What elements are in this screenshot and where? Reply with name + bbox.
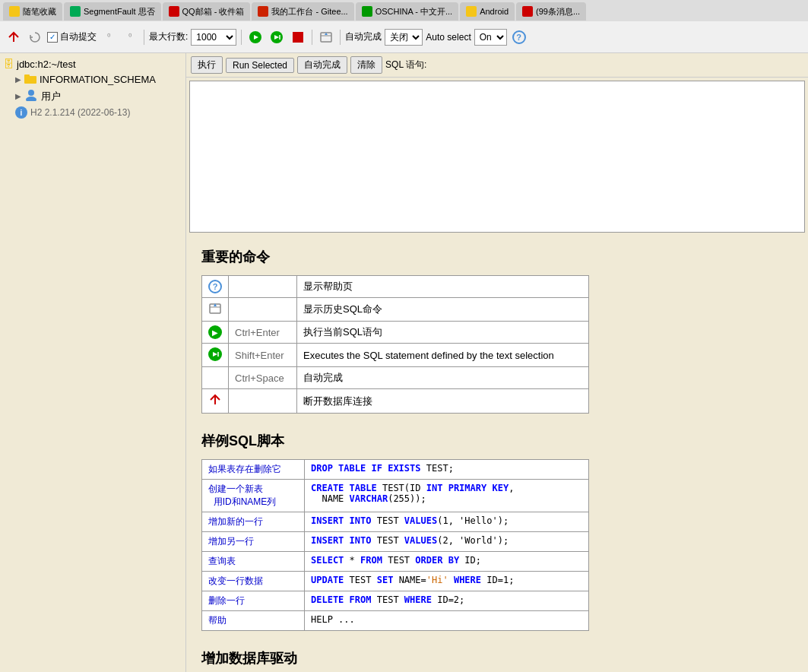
- auto-submit-checkbox[interactable]: [47, 32, 58, 43]
- sample-link-0[interactable]: 如果表存在删除它: [208, 464, 281, 474]
- autocomplete-button[interactable]: 自动完成: [297, 56, 347, 74]
- sample-row-7: 帮助 HELP ...: [202, 611, 589, 631]
- help-icon: ?: [512, 30, 526, 44]
- sample-link-4[interactable]: 查询表: [208, 556, 236, 566]
- close-select[interactable]: 关闭: [385, 29, 423, 46]
- schema-item[interactable]: ▶ INFORMATION_SCHEMA: [15, 71, 182, 87]
- users-label: 用户: [41, 90, 61, 103]
- kw-insert2: INSERT INTO: [311, 535, 371, 546]
- cmd-desc-history: 显示历史SQL命令: [297, 298, 589, 322]
- commands-table: ? 显示帮助页: [201, 275, 589, 414]
- sample-desc-1[interactable]: 创建一个新表 用ID和NAME列: [202, 480, 305, 512]
- kw-create: CREATE TABLE: [311, 483, 377, 493]
- kw-from: FROM: [360, 555, 382, 566]
- tab-favicon-oschina: [362, 6, 372, 17]
- run-button[interactable]: [246, 28, 265, 46]
- kw-values1: VALUES: [404, 515, 437, 526]
- separator-3: [312, 30, 312, 45]
- sample-desc-0[interactable]: 如果表存在删除它: [202, 460, 305, 480]
- sample-code-2: INSERT INTO TEST VALUES(1, 'Hello');: [305, 512, 589, 532]
- execute-button[interactable]: 执行: [191, 56, 223, 74]
- auto-submit-checkbox-group[interactable]: 自动提交: [47, 30, 97, 43]
- content-area: 重要的命令 ? 显示帮助页: [186, 236, 808, 672]
- kw-select: SELECT: [311, 555, 344, 566]
- on-select[interactable]: On Off: [474, 29, 507, 46]
- cmd-icon-disconnect: [202, 389, 229, 414]
- kw-varchar: VARCHAR: [350, 493, 388, 504]
- cmd-shortcut-run: Ctrl+Enter: [229, 322, 297, 344]
- sample-desc-4[interactable]: 查询表: [202, 552, 305, 572]
- sql-sample-table: 如果表存在删除它 DROP TABLE IF EXISTS TEST;: [201, 459, 589, 631]
- sample-code-4: SELECT * FROM TEST ORDER BY ID;: [305, 552, 589, 572]
- cmd-row-history: 显示历史SQL命令: [202, 298, 589, 322]
- tab-label-qq: QQ邮箱 - 收件箱: [182, 6, 245, 17]
- svg-point-12: [28, 90, 34, 96]
- sample-desc-7[interactable]: 帮助: [202, 611, 305, 631]
- version-item: i H2 2.1.214 (2022-06-13): [15, 105, 182, 120]
- tab-notes[interactable]: 随笔收藏: [3, 2, 62, 21]
- cmd-shortcut-autocomplete: Ctrl+Space: [229, 367, 297, 389]
- auto-select-label: Auto select: [426, 32, 471, 43]
- kw-order: ORDER BY: [415, 555, 459, 566]
- tab-favicon-csdn: [522, 6, 533, 17]
- db-icon: 🗄: [3, 58, 14, 70]
- db-connection-item[interactable]: 🗄 jdbc:h2:~/test: [3, 56, 182, 71]
- kw-values2: VALUES: [404, 535, 437, 546]
- kw-where1: WHERE: [454, 575, 481, 585]
- disconnect-button[interactable]: [5, 28, 23, 46]
- tab-gitee[interactable]: 我的工作台 - Gitee...: [252, 2, 353, 21]
- cmd-shortcut-history: [229, 298, 297, 322]
- schema-expand-icon[interactable]: ▶: [15, 75, 21, 84]
- tab-qq[interactable]: QQ邮箱 - 收件箱: [163, 2, 251, 21]
- max-rows-select[interactable]: 1000 100 500 10000: [191, 29, 236, 46]
- tab-sf[interactable]: SegmentFault 思否: [64, 2, 161, 21]
- kw-pk: PRIMARY KEY: [448, 483, 509, 493]
- users-expand-icon[interactable]: ▶: [15, 92, 21, 100]
- sample-desc-3[interactable]: 增加另一行: [202, 532, 305, 552]
- users-item[interactable]: ▶ 用户: [15, 87, 182, 105]
- folder-icon: [24, 73, 36, 86]
- sample-row-3: 增加另一行 INSERT INTO TEST VALUES(2, 'World'…: [202, 532, 589, 552]
- cmd-icon-history: [202, 298, 229, 322]
- tab-favicon-android: [466, 6, 477, 17]
- main-toolbar: 自动提交 ⁰ ⁰ 最大行数: 1000 100 500 10000: [0, 21, 808, 53]
- sample-link-7[interactable]: 帮助: [208, 615, 227, 626]
- kw-exists: EXISTS: [388, 463, 420, 474]
- separator-2: [241, 30, 242, 45]
- sample-link-3[interactable]: 增加另一行: [208, 536, 254, 547]
- sample-code-5: UPDATE TEST SET NAME='Hi' WHERE ID=1;: [305, 572, 589, 591]
- refresh-button[interactable]: [26, 28, 44, 46]
- sample-row-2: 增加新的一行 INSERT INTO TEST VALUES(1, 'Hello…: [202, 512, 589, 532]
- auto-complete-toolbar-label: 自动完成: [345, 30, 382, 43]
- history-toolbar-button[interactable]: [317, 28, 335, 46]
- svg-rect-11: [24, 74, 30, 78]
- sample-link-5[interactable]: 改变一行数据: [208, 575, 263, 586]
- sample-link-2[interactable]: 增加新的一行: [208, 516, 263, 527]
- cmd-shortcut-disconnect: [229, 389, 297, 414]
- sample-code-7: HELP ...: [305, 611, 589, 631]
- tab-oschina[interactable]: OSCHINA - 中文开...: [356, 2, 458, 21]
- sample-desc-5[interactable]: 改变一行数据: [202, 572, 305, 591]
- cmd-icon-run: ▶: [202, 322, 229, 344]
- tab-csdn[interactable]: (99条消息...: [516, 2, 586, 21]
- sample-link-6[interactable]: 删除一行: [208, 595, 245, 606]
- cmd-row-run-select: Shift+Enter Executes the SQL statement d…: [202, 344, 589, 367]
- run-selected-sql-button[interactable]: Run Selected: [226, 58, 294, 73]
- clear-button[interactable]: 清除: [350, 56, 382, 74]
- stop-button[interactable]: [289, 28, 307, 46]
- run-selected-button[interactable]: [268, 28, 286, 46]
- sample-row-1: 创建一个新表 用ID和NAME列 CREATE TABLE TEST(ID IN…: [202, 480, 589, 512]
- sample-code-0: DROP TABLE IF EXISTS TEST;: [305, 460, 589, 480]
- sample-sql-section-title: 样例SQL脚本: [201, 432, 793, 450]
- tab-android[interactable]: Android: [460, 2, 515, 21]
- sample-desc-6[interactable]: 删除一行: [202, 591, 305, 611]
- sample-row-4: 查询表 SELECT * FROM TEST ORDER BY ID;: [202, 552, 589, 572]
- sample-link-1[interactable]: 创建一个新表 用ID和NAME列: [208, 483, 276, 507]
- sample-row-5: 改变一行数据 UPDATE TEST SET NAME='Hi' WHERE I…: [202, 572, 589, 591]
- sql-editor[interactable]: [189, 81, 805, 233]
- kw-insert1: INSERT INTO: [311, 515, 371, 526]
- tab-favicon-gitee: [258, 6, 268, 17]
- tab-label-notes: 随笔收藏: [23, 6, 56, 17]
- help-toolbar-button[interactable]: ?: [510, 28, 528, 46]
- sample-desc-2[interactable]: 增加新的一行: [202, 512, 305, 532]
